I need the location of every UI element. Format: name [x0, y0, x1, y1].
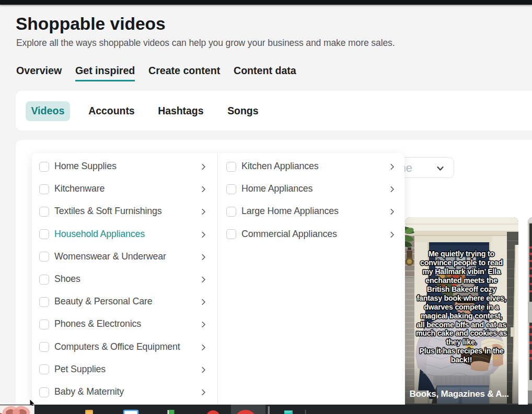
svg-text:dwarves compete in a: dwarves compete in a	[424, 303, 499, 311]
svg-text:convince people to read: convince people to read	[420, 258, 503, 267]
svg-text:Books, Magazines & A...: Books, Magazines & A...	[409, 389, 508, 399]
svg-text:all become bffs and eat as: all become bffs and eat as	[417, 321, 506, 329]
svg-text:they like.: they like.	[446, 338, 477, 346]
svg-text:my Hallmark vibin’ Ella: my Hallmark vibin’ Ella	[422, 267, 500, 276]
svg-text:much cake and cookies as: much cake and cookies as	[415, 329, 507, 337]
svg-text:back!!: back!!	[450, 356, 472, 364]
svg-text:Plus it has recipes in the: Plus it has recipes in the	[419, 347, 503, 355]
svg-text:magical baking contest,: magical baking contest,	[420, 312, 502, 320]
svg-text:British Bakeoff cozy: British Bakeoff cozy	[426, 285, 496, 293]
svg-text:Me quietly trying to: Me quietly trying to	[428, 250, 494, 258]
svg-text:fantasy book where elves,: fantasy book where elves,	[417, 294, 506, 302]
svg-text:enchanted meets the: enchanted meets the	[425, 276, 498, 285]
